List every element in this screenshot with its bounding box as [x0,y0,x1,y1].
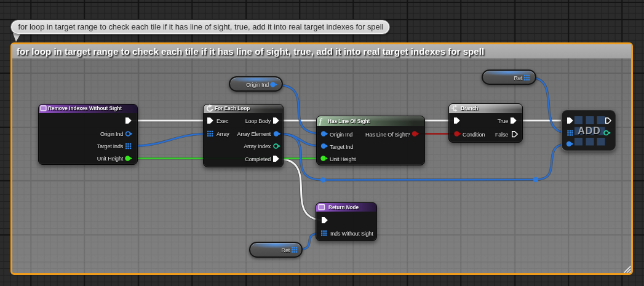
svg-text:f: f [319,117,323,125]
